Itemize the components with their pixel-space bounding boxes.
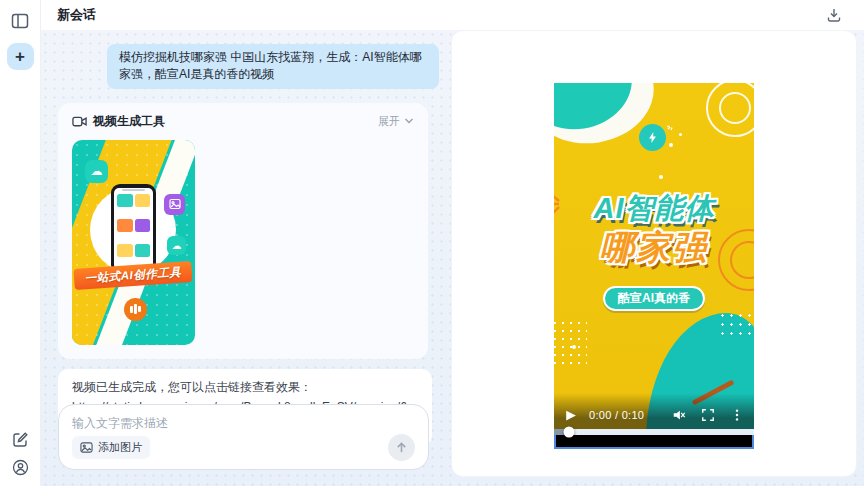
arrow-up-icon <box>395 441 408 454</box>
seek-bar[interactable] <box>554 429 754 435</box>
video-player[interactable]: AI智能体 哪家强 酷宣AI真的香 0:00 / 0:10 <box>554 83 754 449</box>
cloud-icon: ☁ <box>85 160 108 183</box>
user-message-bubble: 模仿挖掘机技哪家强 中国山东找蓝翔，生成：AI智能体哪家强，酷宣AI是真的香的视… <box>107 44 439 89</box>
video-poster: AI智能体 哪家强 酷宣AI真的香 0:00 / 0:10 <box>554 83 754 429</box>
seek-handle[interactable] <box>564 427 575 438</box>
new-chat-button[interactable]: + <box>7 43 34 70</box>
chart-badge-icon <box>124 298 147 321</box>
account-icon[interactable] <box>12 459 29 476</box>
result-intro-text: 视频已生成完成，您可以点击链接查看效果： <box>72 378 418 398</box>
left-rail: + <box>0 0 41 486</box>
video-letterbox <box>554 435 754 449</box>
app-tile <box>117 244 133 257</box>
fullscreen-button[interactable] <box>701 408 715 422</box>
sidebar-toggle-icon[interactable] <box>11 12 29 30</box>
mute-button[interactable] <box>672 408 686 422</box>
content-area: 模仿挖掘机技哪家强 中国山东找蓝翔，生成：AI智能体哪家强，酷宣AI是真的香的视… <box>41 30 864 486</box>
play-button[interactable] <box>564 409 577 422</box>
sparkle-decoration <box>666 117 676 127</box>
dot-decoration <box>659 175 663 179</box>
app-tile <box>135 194 151 207</box>
more-options-button[interactable] <box>730 408 744 422</box>
cloud-icon: ☁ <box>167 236 186 255</box>
compose-icon[interactable] <box>12 431 29 448</box>
chevron-down-icon <box>404 116 414 126</box>
white-ring-decoration <box>719 92 751 124</box>
download-icon[interactable] <box>826 7 842 23</box>
poster-tagline-badge: 酷宣AI真的香 <box>603 286 705 311</box>
dot-grid-decoration <box>554 319 587 369</box>
wave-dot-decoration <box>718 311 752 341</box>
dot-decoration <box>679 133 682 136</box>
thumb-phone-illustration <box>111 184 156 274</box>
time-display: 0:00 / 0:10 <box>589 409 644 421</box>
app-tile <box>117 219 133 232</box>
expand-label: 展开 <box>378 114 400 129</box>
chat-column: 模仿挖掘机技哪家强 中国山东找蓝翔，生成：AI智能体哪家强，酷宣AI是真的香的视… <box>41 30 449 486</box>
page-title: 新会话 <box>57 6 96 24</box>
preview-panel: AI智能体 哪家强 酷宣AI真的香 0:00 / 0:10 <box>451 30 857 477</box>
app-tile <box>135 219 151 232</box>
top-bar: 新会话 <box>41 0 864 30</box>
add-image-label: 添加图片 <box>98 440 142 455</box>
tool-card-title: 视频生成工具 <box>93 113 165 130</box>
video-controls-bar: 0:00 / 0:10 <box>554 393 754 429</box>
app-tile <box>117 194 133 207</box>
controls-right-group <box>672 408 744 422</box>
send-button[interactable] <box>388 434 415 461</box>
add-image-button[interactable]: 添加图片 <box>72 436 150 459</box>
composer-toolbar: 添加图片 <box>72 434 415 461</box>
prompt-input[interactable] <box>72 415 415 434</box>
video-thumbnail[interactable]: ☁ ☁ 一站式AI创作工具 <box>72 140 195 345</box>
thumb-phone-screen <box>114 188 153 270</box>
image-badge-icon <box>164 194 185 215</box>
poster-title-line1: AI智能体 <box>554 189 754 229</box>
expand-button[interactable]: 展开 <box>378 114 414 129</box>
tool-card-header: 视频生成工具 展开 <box>72 113 414 130</box>
composer-box: 添加图片 <box>58 404 429 470</box>
dot-decoration <box>669 143 673 147</box>
lightning-badge <box>639 124 666 151</box>
app-tile <box>135 244 151 257</box>
rail-bottom-group <box>12 431 29 476</box>
video-tool-card: 视频生成工具 展开 <box>58 103 428 359</box>
video-tool-icon <box>72 114 87 129</box>
add-image-icon <box>80 441 93 454</box>
